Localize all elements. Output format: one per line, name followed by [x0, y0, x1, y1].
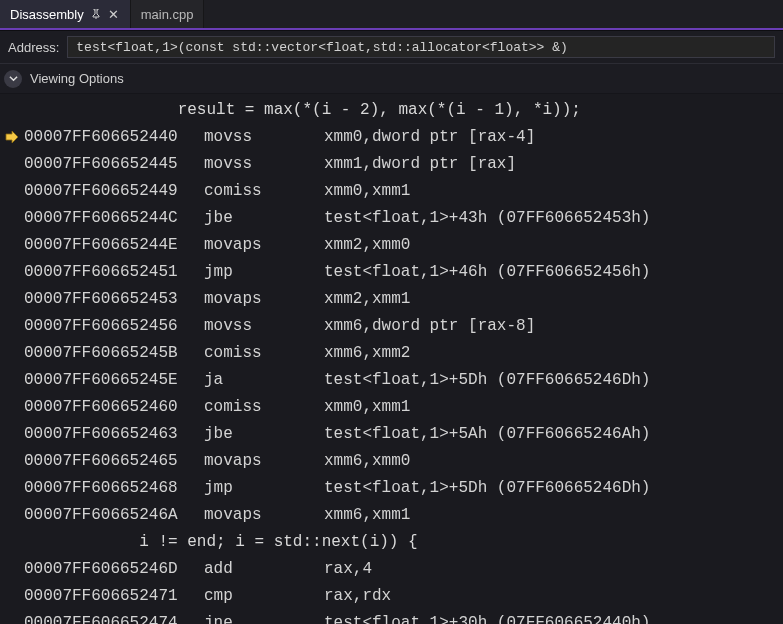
- gutter[interactable]: [0, 130, 24, 144]
- asm-text: 00007FF606652451 jmp test<float,1>+46h (…: [24, 263, 650, 281]
- asm-line[interactable]: 00007FF606652474 jne test<float,1>+30h (…: [0, 609, 783, 624]
- asm-text: 00007FF606652468 jmp test<float,1>+5Dh (…: [24, 479, 650, 497]
- asm-text: 00007FF60665244E movaps xmm2,xmm0: [24, 236, 410, 254]
- asm-operands: rax,4: [324, 560, 372, 578]
- asm-address: 00007FF606652465: [24, 452, 204, 470]
- asm-address: 00007FF606652445: [24, 155, 204, 173]
- asm-operands: test<float,1>+5Dh (07FF60665246Dh): [324, 479, 650, 497]
- asm-line[interactable]: 00007FF606652468 jmp test<float,1>+5Dh (…: [0, 474, 783, 501]
- asm-address: 00007FF606652474: [24, 614, 204, 625]
- current-instruction-arrow-icon: [5, 130, 19, 144]
- asm-operands: test<float,1>+46h (07FF606652456h): [324, 263, 650, 281]
- asm-mnemonic: comiss: [204, 398, 324, 416]
- asm-address: 00007FF60665244C: [24, 209, 204, 227]
- asm-mnemonic: comiss: [204, 182, 324, 200]
- asm-line[interactable]: 00007FF606652456 movss xmm6,dword ptr [r…: [0, 312, 783, 339]
- asm-line[interactable]: 00007FF60665244C jbe test<float,1>+43h (…: [0, 204, 783, 231]
- asm-mnemonic: movss: [204, 128, 324, 146]
- address-bar: Address:: [0, 30, 783, 64]
- asm-address: 00007FF606652460: [24, 398, 204, 416]
- asm-line[interactable]: 00007FF606652449 comiss xmm0,xmm1: [0, 177, 783, 204]
- asm-text: 00007FF606652471 cmp rax,rdx: [24, 587, 391, 605]
- asm-line[interactable]: 00007FF60665245B comiss xmm6,xmm2: [0, 339, 783, 366]
- asm-address: 00007FF606652440: [24, 128, 204, 146]
- asm-operands: rax,rdx: [324, 587, 391, 605]
- tab-strip: Disassembly ✕ main.cpp: [0, 0, 783, 30]
- asm-mnemonic: movaps: [204, 236, 324, 254]
- asm-mnemonic: jbe: [204, 425, 324, 443]
- asm-operands: xmm2,xmm1: [324, 290, 410, 308]
- asm-line[interactable]: 00007FF606652453 movaps xmm2,xmm1: [0, 285, 783, 312]
- asm-mnemonic: ja: [204, 371, 324, 389]
- asm-line[interactable]: 00007FF60665244E movaps xmm2,xmm0: [0, 231, 783, 258]
- source-line[interactable]: i != end; i = std::next(i)) {: [0, 528, 783, 555]
- asm-line[interactable]: 00007FF606652440 movss xmm0,dword ptr [r…: [0, 123, 783, 150]
- asm-line[interactable]: 00007FF60665246D add rax,4: [0, 555, 783, 582]
- asm-address: 00007FF606652451: [24, 263, 204, 281]
- asm-line[interactable]: 00007FF606652465 movaps xmm6,xmm0: [0, 447, 783, 474]
- asm-line[interactable]: 00007FF606652463 jbe test<float,1>+5Ah (…: [0, 420, 783, 447]
- asm-mnemonic: jbe: [204, 209, 324, 227]
- asm-operands: xmm6,dword ptr [rax-8]: [324, 317, 535, 335]
- asm-operands: test<float,1>+5Ah (07FF60665246Ah): [324, 425, 650, 443]
- asm-text: 00007FF60665246D add rax,4: [24, 560, 372, 578]
- asm-mnemonic: jne: [204, 614, 324, 625]
- asm-mnemonic: comiss: [204, 344, 324, 362]
- asm-line[interactable]: 00007FF60665246A movaps xmm6,xmm1: [0, 501, 783, 528]
- asm-text: 00007FF606652474 jne test<float,1>+30h (…: [24, 614, 650, 625]
- asm-mnemonic: jmp: [204, 479, 324, 497]
- asm-mnemonic: add: [204, 560, 324, 578]
- asm-address: 00007FF60665246A: [24, 506, 204, 524]
- asm-line[interactable]: 00007FF606652451 jmp test<float,1>+46h (…: [0, 258, 783, 285]
- asm-text: 00007FF606652465 movaps xmm6,xmm0: [24, 452, 410, 470]
- asm-address: 00007FF60665246D: [24, 560, 204, 578]
- asm-mnemonic: movss: [204, 155, 324, 173]
- source-text: result = max(*(i - 2), max(*(i - 1), *i)…: [24, 101, 581, 119]
- asm-address: 00007FF60665245B: [24, 344, 204, 362]
- asm-operands: test<float,1>+5Dh (07FF60665246Dh): [324, 371, 650, 389]
- asm-operands: test<float,1>+30h (07FF606652440h): [324, 614, 650, 625]
- asm-mnemonic: movaps: [204, 506, 324, 524]
- disassembly-view[interactable]: result = max(*(i - 2), max(*(i - 1), *i)…: [0, 94, 783, 624]
- asm-operands: test<float,1>+43h (07FF606652453h): [324, 209, 650, 227]
- asm-mnemonic: movaps: [204, 452, 324, 470]
- asm-mnemonic: movaps: [204, 290, 324, 308]
- tab-disassembly[interactable]: Disassembly ✕: [0, 0, 131, 28]
- asm-address: 00007FF60665244E: [24, 236, 204, 254]
- asm-address: 00007FF60665245E: [24, 371, 204, 389]
- asm-text: 00007FF606652440 movss xmm0,dword ptr [r…: [24, 128, 535, 146]
- asm-text: 00007FF60665244C jbe test<float,1>+43h (…: [24, 209, 650, 227]
- source-text: i != end; i = std::next(i)) {: [24, 533, 418, 551]
- tab-main-cpp[interactable]: main.cpp: [131, 0, 205, 28]
- viewing-options-toggle[interactable]: Viewing Options: [0, 64, 783, 94]
- asm-text: 00007FF60665245E ja test<float,1>+5Dh (0…: [24, 371, 650, 389]
- asm-address: 00007FF606652453: [24, 290, 204, 308]
- asm-address: 00007FF606652471: [24, 587, 204, 605]
- asm-text: 00007FF60665245B comiss xmm6,xmm2: [24, 344, 410, 362]
- asm-address: 00007FF606652449: [24, 182, 204, 200]
- asm-line[interactable]: 00007FF606652471 cmp rax,rdx: [0, 582, 783, 609]
- asm-text: 00007FF60665246A movaps xmm6,xmm1: [24, 506, 410, 524]
- asm-text: 00007FF606652445 movss xmm1,dword ptr [r…: [24, 155, 516, 173]
- asm-line[interactable]: 00007FF606652460 comiss xmm0,xmm1: [0, 393, 783, 420]
- tab-title: main.cpp: [141, 7, 194, 22]
- asm-text: 00007FF606652463 jbe test<float,1>+5Ah (…: [24, 425, 650, 443]
- source-line[interactable]: result = max(*(i - 2), max(*(i - 1), *i)…: [0, 96, 783, 123]
- close-icon[interactable]: ✕: [108, 8, 120, 20]
- asm-text: 00007FF606652453 movaps xmm2,xmm1: [24, 290, 410, 308]
- address-input[interactable]: [67, 36, 775, 58]
- viewing-options-label: Viewing Options: [30, 71, 124, 86]
- address-label: Address:: [8, 40, 59, 55]
- asm-operands: xmm0,xmm1: [324, 398, 410, 416]
- asm-line[interactable]: 00007FF60665245E ja test<float,1>+5Dh (0…: [0, 366, 783, 393]
- asm-address: 00007FF606652468: [24, 479, 204, 497]
- pin-icon[interactable]: [90, 8, 102, 20]
- asm-text: 00007FF606652460 comiss xmm0,xmm1: [24, 398, 410, 416]
- tab-title: Disassembly: [10, 7, 84, 22]
- asm-text: 00007FF606652456 movss xmm6,dword ptr [r…: [24, 317, 535, 335]
- asm-address: 00007FF606652463: [24, 425, 204, 443]
- asm-mnemonic: cmp: [204, 587, 324, 605]
- asm-operands: xmm6,xmm1: [324, 506, 410, 524]
- asm-line[interactable]: 00007FF606652445 movss xmm1,dword ptr [r…: [0, 150, 783, 177]
- asm-text: 00007FF606652449 comiss xmm0,xmm1: [24, 182, 410, 200]
